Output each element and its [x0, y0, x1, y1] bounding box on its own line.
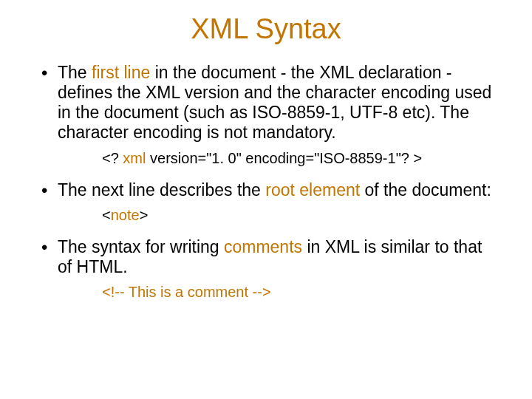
code-plain: >	[140, 207, 149, 223]
code-plain: <?	[102, 150, 123, 166]
text-highlight: root element	[265, 180, 360, 200]
code-example: <note>	[58, 206, 495, 224]
bullet-text: The next line describes the root element…	[58, 180, 491, 200]
code-highlight: note	[111, 207, 140, 223]
bullet-list: The first line in the document - the XML…	[37, 63, 495, 301]
bullet-item: The next line describes the root element…	[37, 180, 495, 224]
text-plain: The next line describes the	[58, 180, 265, 200]
bullet-text: The syntax for writing comments in XML i…	[58, 237, 482, 276]
text-plain: The	[58, 63, 92, 82]
text-highlight: first line	[92, 63, 150, 82]
bullet-item: The first line in the document - the XML…	[37, 63, 495, 167]
code-plain: version="1. 0" encoding="ISO-8859-1"? >	[146, 150, 422, 166]
bullet-text: The first line in the document - the XML…	[58, 63, 491, 142]
code-highlight: xml	[123, 150, 146, 166]
code-highlight: <!-- This is a comment -->	[102, 284, 271, 300]
text-plain: The syntax for writing	[58, 237, 224, 256]
slide-title: XML Syntax	[37, 13, 495, 45]
code-example: <? xml version="1. 0" encoding="ISO-8859…	[58, 149, 495, 167]
bullet-item: The syntax for writing comments in XML i…	[37, 237, 495, 301]
code-plain: <	[102, 207, 111, 223]
code-example: <!-- This is a comment -->	[58, 283, 495, 301]
text-plain: of the document:	[360, 180, 491, 200]
text-highlight: comments	[224, 237, 302, 256]
